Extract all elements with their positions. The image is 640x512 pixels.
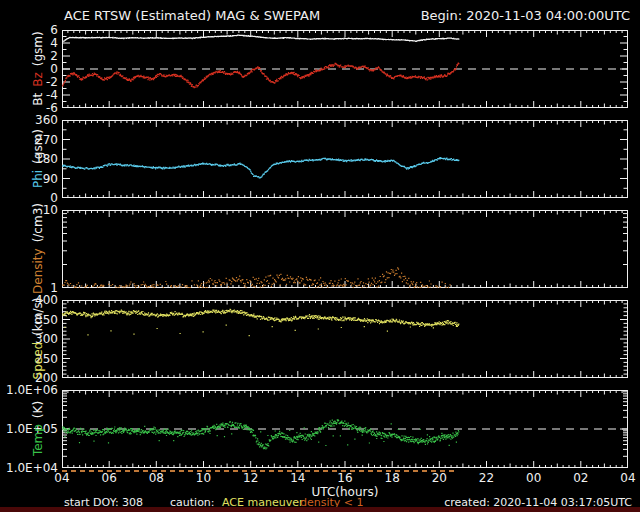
y-axis-label-part: (km/s): [31, 298, 45, 336]
x-tick-label: 14: [281, 472, 315, 485]
x-tick-label: 20: [422, 472, 456, 485]
y-tick-label-phi: 90: [0, 172, 58, 186]
panel-phi: [62, 120, 628, 198]
y-tick-label-phi: 360: [0, 113, 58, 127]
y-tick-label-density: 10: [0, 203, 58, 217]
y-tick-label-bt-bz: -4: [0, 88, 58, 102]
y-tick-label-phi: 180: [0, 152, 58, 166]
chart-area: 6420-2-4-6BtBz(gsm)360270180900Phi(gsm)1…: [0, 0, 640, 512]
x-tick-label: 12: [234, 472, 268, 485]
y-tick-label-bt-bz: 0: [0, 62, 58, 76]
y-tick-label-bt-bz: 6: [0, 23, 58, 37]
panel-bt-bz: [62, 30, 628, 108]
y-axis-label-part: (gsm): [31, 31, 45, 66]
y-tick-label-phi: 270: [0, 133, 58, 147]
y-axis-label-part: Temp: [31, 424, 45, 456]
x-tick-label: 00: [517, 472, 551, 485]
y-tick-label-speed: 250: [0, 352, 58, 366]
x-tick-label: 10: [187, 472, 221, 485]
panel-density: [62, 210, 628, 288]
y-tick-label-temp: 1.0E+06: [0, 383, 58, 397]
y-axis-label-part: (K): [31, 401, 45, 418]
series-temp: [62, 420, 459, 449]
x-tick-label: 18: [375, 472, 409, 485]
x-tick-label: 06: [92, 472, 126, 485]
x-tick-label: 16: [328, 472, 362, 485]
y-tick-label-speed: 350: [0, 313, 58, 327]
y-tick-label-bt-bz: -2: [0, 75, 58, 89]
series-phi: [62, 158, 459, 178]
y-tick-label-bt-bz: 2: [0, 49, 58, 63]
series-speed-outliers: [64, 325, 457, 336]
y-axis-label-part: (gsm): [31, 129, 45, 164]
y-tick-label-temp: 1.0E+05: [0, 422, 58, 436]
series-bt: [62, 35, 459, 42]
y-tick-label-speed: 400: [0, 293, 58, 307]
y-tick-label-speed: 300: [0, 332, 58, 346]
series-bz: [62, 63, 459, 87]
x-tick-label: 04: [45, 472, 79, 485]
y-tick-label-bt-bz: 4: [0, 36, 58, 50]
caution-strip: [62, 470, 458, 472]
y-axis-label-part: (/cm3): [31, 203, 45, 242]
panel-speed: [62, 300, 628, 378]
x-tick-label: 04: [611, 472, 640, 485]
y-axis-label-temp: Temp(K): [31, 344, 46, 512]
x-tick-label: 02: [564, 472, 598, 485]
x-tick-label: 08: [139, 472, 173, 485]
series-speed: [62, 309, 459, 326]
x-tick-label: 22: [470, 472, 504, 485]
series-temp-outliers: [64, 424, 457, 446]
panel-temp: [62, 390, 628, 468]
bottom-border-bar: [0, 507, 640, 512]
